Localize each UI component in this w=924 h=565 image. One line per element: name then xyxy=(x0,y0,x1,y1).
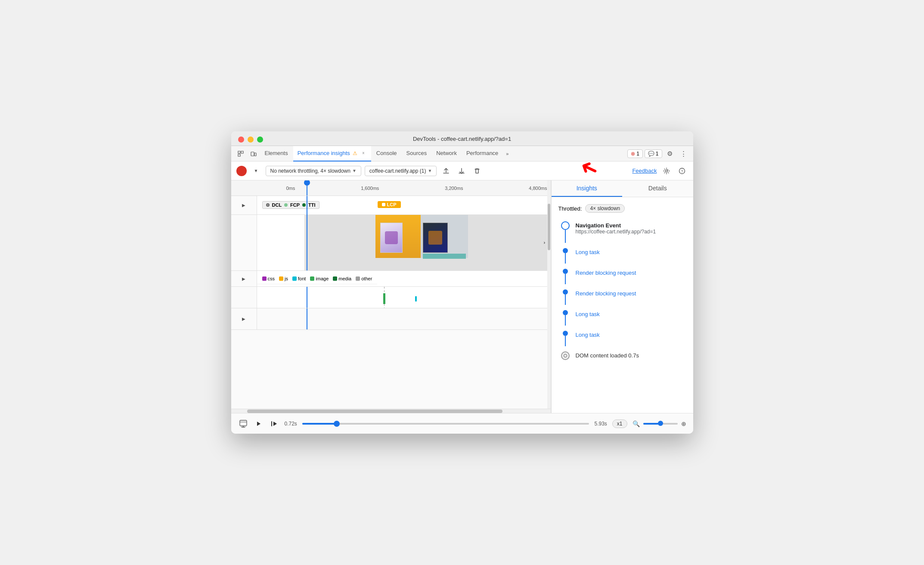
tab-close-icon[interactable]: × xyxy=(360,150,367,157)
dcl-dot xyxy=(266,203,270,207)
tab-performance-insights[interactable]: Performance insights ⚠ × xyxy=(293,146,371,161)
legend-image-label: image xyxy=(316,276,329,281)
screenshot-thumb-purple[interactable] xyxy=(380,223,403,253)
settings-gear-icon-button[interactable] xyxy=(660,165,673,177)
settings-icon-button[interactable]: ⚙ xyxy=(664,148,676,160)
inspector-icon-button[interactable] xyxy=(235,148,247,160)
render-blocking-1-content: Render blocking request xyxy=(572,269,686,284)
zoom-controls: 🔍 ⊕ xyxy=(633,420,686,427)
delete-icon-button[interactable] xyxy=(471,165,483,177)
time-label-0ms: 0ms xyxy=(286,186,295,191)
timeline-tracks[interactable]: ▶ DCL FCP TTI xyxy=(231,196,551,409)
zoom-slider-thumb[interactable] xyxy=(658,421,663,426)
play-button[interactable] xyxy=(254,419,264,429)
legend-font: font xyxy=(292,276,306,281)
legend-js-color xyxy=(279,276,283,281)
screenshot-thumb-dark[interactable] xyxy=(423,223,448,253)
tab-sources[interactable]: Sources xyxy=(402,146,431,161)
download-icon-button[interactable] xyxy=(456,165,468,177)
tab-bar-right: ⊗ 1 💬 1 ⚙ ⋮ xyxy=(627,148,689,160)
time-labels: 0ms 1,600ms 3,200ms 4,800ms xyxy=(260,186,547,191)
scrubber-fill xyxy=(302,423,337,425)
long-task-1-content: Long task xyxy=(572,248,686,264)
record-dropdown-arrow[interactable]: ▼ xyxy=(250,165,262,177)
long-task-1-vline xyxy=(565,253,566,264)
tab-performance[interactable]: Performance xyxy=(462,146,502,161)
playhead-line xyxy=(307,196,307,215)
tab-insights[interactable]: Insights xyxy=(552,180,623,197)
network-bar-image xyxy=(383,293,385,304)
legend-css-label: css xyxy=(268,276,275,281)
scrubber-thumb[interactable] xyxy=(334,421,340,427)
url-dropdown[interactable]: coffee-cart.netlify.app (1) ▼ xyxy=(365,166,437,176)
maximize-button[interactable] xyxy=(257,137,263,143)
url-dropdown-arrow-icon: ▼ xyxy=(428,168,432,173)
long-task-2-col xyxy=(558,310,572,326)
tab-console[interactable]: Console xyxy=(372,146,401,161)
tab-details[interactable]: Details xyxy=(622,180,693,197)
zoom-out-icon[interactable]: 🔍 xyxy=(633,420,640,427)
legend-image: image xyxy=(310,276,329,281)
feedback-link[interactable]: Feedback xyxy=(632,168,657,174)
help-icon-button[interactable]: ? xyxy=(676,165,688,177)
track-expand-button[interactable]: ▶ xyxy=(242,317,245,321)
horizontal-scrollbar[interactable] xyxy=(231,409,551,413)
zoom-in-icon[interactable]: ⊕ xyxy=(681,420,686,427)
svg-rect-0 xyxy=(251,152,254,156)
svg-marker-8 xyxy=(257,422,260,426)
nav-event-vline xyxy=(565,230,566,243)
tab-bar: Elements Performance insights ⚠ × Consol… xyxy=(231,146,693,161)
tab-elements-label: Elements xyxy=(265,150,288,156)
long-task-2-link[interactable]: Long task xyxy=(576,311,600,317)
timeline-area: 0ms 1,600ms 3,200ms 4,800ms ▶ xyxy=(231,180,551,413)
more-tabs-button[interactable]: » xyxy=(503,150,511,157)
throttle-dropdown[interactable]: No network throttling, 4× slowdown ▼ xyxy=(266,166,361,176)
render-blocking-2-dot xyxy=(563,289,568,295)
long-task-1-dot xyxy=(563,248,568,253)
insights-panel: Insights Details Throttled: 4× slowdown xyxy=(551,180,693,413)
error-icon: ⊗ xyxy=(631,151,635,157)
zoom-slider[interactable] xyxy=(643,423,678,425)
legend-css-color xyxy=(262,276,267,281)
render-blocking-2-link[interactable]: Render blocking request xyxy=(576,290,636,297)
panel-tabs: Insights Details xyxy=(552,180,693,197)
track-expand-arrow[interactable]: ▶ xyxy=(231,308,257,329)
legend-other-label: other xyxy=(361,276,372,281)
legend-other: other xyxy=(356,276,372,281)
long-task-3-vline xyxy=(565,336,566,346)
long-task-1-link[interactable]: Long task xyxy=(576,249,600,255)
main-content: 0ms 1,600ms 3,200ms 4,800ms ▶ xyxy=(231,180,693,413)
error-badge-button[interactable]: ⊗ 1 xyxy=(627,149,643,158)
long-task-3-link[interactable]: Long task xyxy=(576,332,600,338)
record-button[interactable] xyxy=(236,166,247,176)
time-needle xyxy=(307,180,307,196)
skip-start-button[interactable] xyxy=(269,419,279,429)
minimize-button[interactable] xyxy=(248,137,254,143)
toggle-device-icon-button[interactable] xyxy=(248,148,260,160)
teal-region xyxy=(423,254,466,259)
tab-elements[interactable]: Elements xyxy=(260,146,292,161)
more-options-icon-button[interactable]: ⋮ xyxy=(678,148,690,160)
milestones-collapse-arrow[interactable]: ▶ xyxy=(242,203,245,208)
tab-sources-label: Sources xyxy=(406,150,427,156)
url-label: coffee-cart.netlify.app (1) xyxy=(369,168,426,174)
scroll-thumb[interactable] xyxy=(548,204,550,250)
render-blocking-1-link[interactable]: Render blocking request xyxy=(576,270,636,276)
tab-network[interactable]: Network xyxy=(432,146,461,161)
window-controls xyxy=(238,137,263,143)
close-button[interactable] xyxy=(238,137,244,143)
throttle-label: No network throttling, 4× slowdown xyxy=(270,168,350,174)
throttle-dropdown-arrow-icon: ▼ xyxy=(352,168,357,173)
thumb-inner-dark xyxy=(428,231,442,245)
h-scroll-thumb[interactable] xyxy=(247,410,503,413)
upload-icon-button[interactable] xyxy=(440,165,452,177)
screen-capture-icon-button[interactable] xyxy=(238,419,248,429)
network-needle xyxy=(307,287,307,308)
playback-scrubber[interactable] xyxy=(302,423,589,425)
message-badge-button[interactable]: 💬 1 xyxy=(645,149,662,158)
timeline-scrollbar[interactable] xyxy=(547,180,551,413)
fcp-label: FCP xyxy=(290,202,300,208)
thumb-inner-purple xyxy=(385,231,398,244)
tti-label: TTI xyxy=(308,202,316,208)
network-collapse-arrow[interactable]: ▶ xyxy=(242,276,245,281)
